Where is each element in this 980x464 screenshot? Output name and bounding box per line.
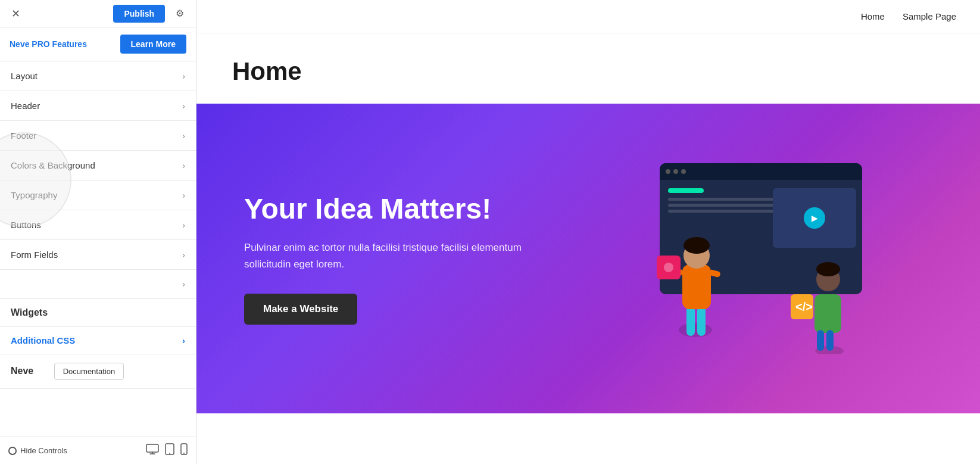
svg-rect-19 (817, 330, 824, 351)
svg-rect-7 (697, 306, 706, 336)
chevron-right-icon: › (182, 220, 185, 230)
documentation-button[interactable]: Documentation (54, 363, 124, 380)
learn-more-button[interactable]: Learn More (120, 35, 186, 54)
svg-point-2 (169, 453, 170, 454)
svg-text:</>: </> (795, 300, 813, 313)
chevron-right-icon: › (182, 335, 185, 345)
menu-list: Layout › Header › Footer › Colors & Back… (0, 61, 196, 437)
widgets-label: Widgets (11, 307, 48, 318)
svg-rect-8 (682, 264, 711, 309)
layout-label: Layout (11, 71, 38, 81)
chevron-right-icon: › (182, 71, 185, 81)
neve-section: Neve Documentation (0, 354, 196, 389)
sidebar-item-form-fields[interactable]: Form Fields › (0, 240, 196, 270)
nav-link-sample-page[interactable]: Sample Page (903, 11, 956, 21)
sidebar-footer: Hide Controls (0, 437, 196, 464)
top-nav: Home Sample Page (196, 0, 980, 33)
hero-section: Your Idea Matters! Pulvinar enim ac tort… (196, 104, 980, 413)
svg-point-5 (679, 323, 712, 337)
device-icons (146, 443, 188, 458)
main-content: Home Sample Page Home Your Idea Matters!… (196, 0, 980, 464)
publish-button[interactable]: Publish (113, 5, 165, 23)
hero-text: Your Idea Matters! Pulvinar enim ac tort… (244, 192, 554, 325)
sidebar-item-widgets[interactable]: Widgets (0, 299, 196, 327)
svg-point-14 (664, 263, 673, 272)
sidebar: ✕ Publish ⚙ Neve PRO Features Learn More… (0, 0, 196, 464)
hero-illustration: ▶ (589, 157, 932, 360)
tablet-icon[interactable] (165, 443, 174, 458)
svg-rect-16 (814, 294, 841, 333)
sidebar-item-layout[interactable]: Layout › (0, 61, 196, 91)
svg-rect-6 (686, 306, 695, 336)
sidebar-item-header[interactable]: Header › (0, 91, 196, 121)
svg-rect-0 (146, 444, 158, 452)
chevron-right-icon: › (182, 161, 185, 170)
hero-title: Your Idea Matters! (244, 192, 554, 225)
hide-controls-label: Hide Controls (20, 446, 67, 455)
desktop-icon[interactable] (146, 444, 159, 457)
close-button[interactable]: ✕ (7, 5, 24, 22)
svg-point-10 (683, 237, 710, 254)
gear-icon: ⚙ (176, 8, 184, 19)
hide-controls-toggle[interactable]: Hide Controls (8, 446, 67, 455)
svg-point-18 (816, 262, 840, 276)
svg-point-4 (183, 453, 185, 454)
characters-illustration: </> (636, 163, 886, 354)
svg-rect-20 (826, 330, 834, 351)
illustration-container: ▶ (636, 163, 886, 354)
hero-cta-button[interactable]: Make a Website (244, 294, 357, 325)
settings-button[interactable]: ⚙ (171, 5, 189, 23)
additional-css-label: Additional CSS (11, 335, 75, 345)
pro-features-bar: Neve PRO Features Learn More (0, 27, 196, 61)
nav-link-home[interactable]: Home (861, 11, 885, 21)
chevron-right-icon: › (182, 191, 185, 200)
mobile-icon[interactable] (180, 443, 188, 458)
page-title-area: Home (196, 33, 980, 104)
sidebar-toolbar: ✕ Publish ⚙ (0, 0, 196, 27)
header-label: Header (11, 101, 40, 111)
neve-label: Neve (11, 366, 33, 376)
chevron-right-icon: › (182, 131, 185, 141)
chevron-right-icon: › (182, 250, 185, 260)
form-fields-label: Form Fields (11, 250, 58, 260)
sidebar-item-additional-css[interactable]: Additional CSS › (0, 327, 196, 354)
chevron-right-icon: › (182, 279, 185, 289)
chevron-right-icon: › (182, 101, 185, 111)
hide-controls-dot-icon (8, 447, 17, 455)
hero-subtitle: Pulvinar enim ac tortor nulla facilisi t… (244, 239, 554, 272)
page-body: Home Your Idea Matters! Pulvinar enim ac… (196, 33, 980, 464)
page-title: Home (232, 57, 944, 86)
pro-features-label: Neve PRO Features (10, 39, 113, 49)
sidebar-item-partial[interactable]: › (0, 270, 196, 299)
